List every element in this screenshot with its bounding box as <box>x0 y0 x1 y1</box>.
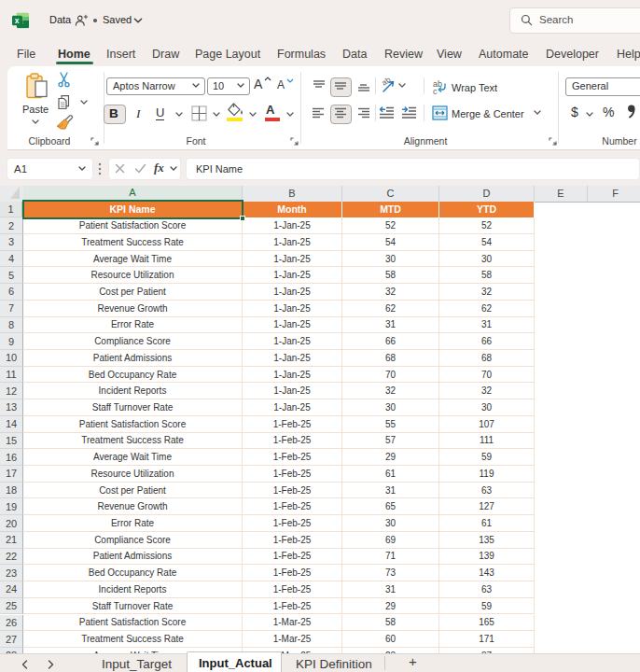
svg-text:c: c <box>433 87 438 95</box>
svg-text:x: x <box>15 16 20 25</box>
